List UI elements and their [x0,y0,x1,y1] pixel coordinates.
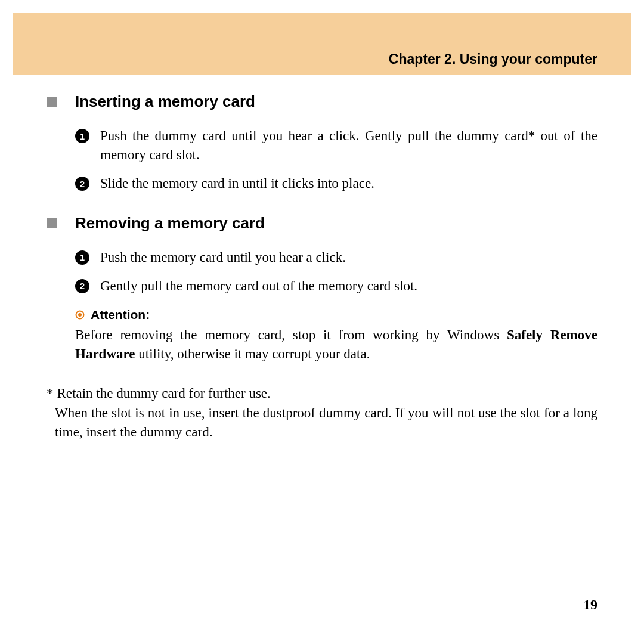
header-band: Chapter 2. Using your computer [0,0,644,75]
list-item: 1 Push the dummy card until you hear a c… [75,126,597,165]
step-text: Push the dummy card until you hear a cli… [100,126,597,165]
step-list: 1 Push the dummy card until you hear a c… [47,126,597,194]
section-head: Removing a memory card [47,214,597,233]
footnote-line: * Retain the dummy card for further use. [47,384,597,403]
step-text: Gently pull the memory card out of the m… [100,277,597,296]
list-item: 2 Gently pull the memory card out of the… [75,277,597,296]
step-number-icon: 2 [75,279,89,293]
step-text: Push the memory card until you hear a cl… [100,248,597,267]
svg-point-1 [78,313,82,317]
section-removing: Removing a memory card 1 Push the memory… [47,214,597,364]
step-number-icon: 2 [75,177,89,191]
content-area: Inserting a memory card 1 Push the dummy… [0,75,644,442]
section-title: Removing a memory card [75,214,265,233]
footnote-mark: * [47,384,54,403]
step-list: 1 Push the memory card until you hear a … [47,248,597,296]
attention-block: Attention: Before removing the memory ca… [47,308,597,364]
attention-body: Before removing the memory card, stop it… [75,326,597,364]
section-title: Inserting a memory card [75,92,255,111]
list-item: 1 Push the memory card until you hear a … [75,248,597,267]
attention-text-post: utility, otherwise it may corrupt your d… [135,346,370,361]
footnote-text: Retain the dummy card for further use. [57,384,271,403]
section-head: Inserting a memory card [47,92,597,111]
step-number-icon: 1 [75,129,89,143]
page-number: 19 [583,597,597,613]
attention-text-pre: Before removing the memory card, stop it… [75,327,507,342]
square-bullet-icon [47,97,57,107]
step-number-icon: 1 [75,250,89,265]
section-inserting: Inserting a memory card 1 Push the dummy… [47,92,597,194]
page: Chapter 2. Using your computer Inserting… [0,0,644,644]
chapter-title: Chapter 2. Using your computer [389,51,597,67]
attention-head: Attention: [75,308,597,322]
attention-label: Attention: [91,308,150,322]
footnote: * Retain the dummy card for further use.… [47,384,597,442]
list-item: 2 Slide the memory card in until it clic… [75,174,597,193]
square-bullet-icon [47,218,57,228]
footnote-text: When the slot is not in use, insert the … [47,404,597,442]
attention-icon [75,310,85,320]
step-text: Slide the memory card in until it clicks… [100,174,597,193]
